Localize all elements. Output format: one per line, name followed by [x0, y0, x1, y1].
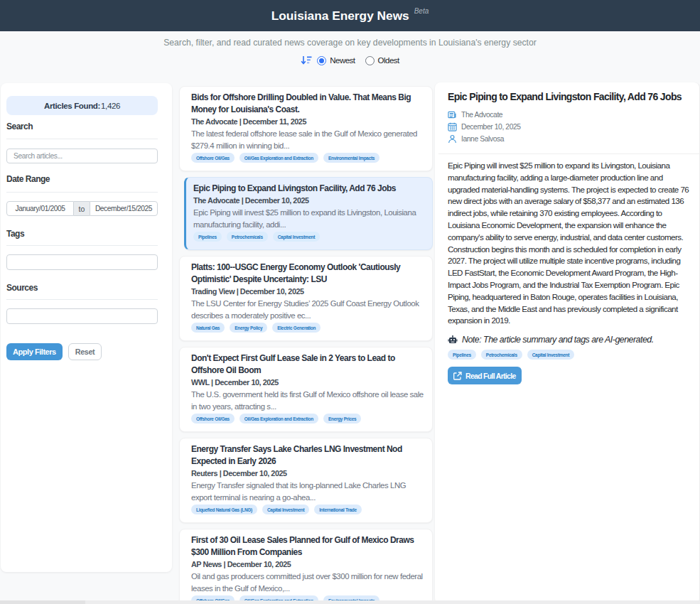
article-card-summary: The LSU Center for Energy Studies’ 2025 …	[191, 298, 425, 322]
detail-divider	[438, 153, 699, 154]
article-card-tags: PipelinesPetrochemicalsCapital Investmen…	[193, 232, 425, 242]
article-card-tags: Offshore Oil/GasOil/Gas Exploration and …	[191, 414, 425, 424]
article-card-source-date: Trading View | December 10, 2025	[191, 286, 425, 296]
article-card-tags: Offshore Oil/GasOil/Gas Exploration and …	[191, 153, 425, 163]
articles-found-count: 1,426	[101, 102, 120, 110]
article-card-tags: Liquefied Natural Gas (LNG)Capital Inves…	[191, 505, 425, 514]
tag-pill: Petrochemicals	[481, 350, 522, 360]
tag-pill: Offshore Oil/Gas	[191, 414, 235, 424]
horizontal-scrollbar[interactable]	[0, 600, 700, 604]
external-link-icon	[453, 372, 462, 380]
radio-oldest[interactable]	[365, 56, 375, 65]
detail-tags: PipelinesPetrochemicalsCapital Investmen…	[448, 350, 689, 360]
tag-pill: Oil/Gas Exploration and Extraction	[239, 414, 318, 424]
apply-filters-button[interactable]: Apply Filters	[6, 343, 63, 360]
article-card[interactable]: Energy Transfer Says Lake Charles LNG In…	[179, 438, 433, 523]
detail-note-row: Note: The article summary and tags are A…	[448, 335, 689, 345]
article-card-tags: Natural GasEnergy PolicyElectric Generat…	[191, 323, 425, 333]
app-header: Louisiana Energy News Beta	[0, 0, 700, 31]
detail-source-row: The Advocate	[448, 109, 689, 121]
tag-pill: Pipelines	[448, 350, 476, 360]
date-to-input[interactable]	[90, 201, 158, 216]
detail-meta: The Advocate December 10, 2025 Ianne Sal…	[448, 109, 689, 145]
article-card-title: Don't Expect First Gulf Lease Sale in 2 …	[191, 352, 425, 377]
article-card[interactable]: Bids for Offshore Drilling Doubled in Va…	[179, 86, 433, 171]
article-card-selected[interactable]: Epic Piping to Expand Livingston Facilit…	[184, 177, 433, 250]
tag-pill: Offshore Oil/Gas	[191, 153, 235, 163]
article-card-source-date: WWL | December 10, 2025	[191, 377, 425, 387]
read-full-article-button[interactable]: Read Full Article	[448, 367, 522, 384]
radio-newest-label: Newest	[330, 56, 355, 65]
sort-oldest-option[interactable]: Oldest	[365, 56, 399, 65]
search-heading: Search	[6, 122, 158, 132]
sources-divider	[6, 299, 158, 300]
article-card-summary: The latest federal offshore lease sale i…	[191, 128, 425, 152]
radio-oldest-label: Oldest	[378, 56, 399, 65]
tag-pill: Capital Investment	[273, 232, 320, 242]
reset-button[interactable]: Reset	[68, 343, 102, 360]
tag-pill: Natural Gas	[191, 323, 225, 333]
detail-body: Epic Piping will invest $25 million to e…	[448, 160, 689, 327]
read-full-article-label: Read Full Article	[465, 372, 516, 380]
tag-pill: Energy Policy	[230, 323, 267, 333]
tag-pill: Energy Prices	[323, 414, 361, 424]
tags-input[interactable]	[6, 254, 158, 270]
article-card-title: Platts: 100--USGC Energy Economy Outlook…	[191, 261, 425, 286]
sort-newest-option[interactable]: Newest	[317, 56, 355, 65]
article-card-summary: Oil and gas producers committed just ove…	[191, 571, 425, 595]
date-divider	[6, 192, 158, 193]
detail-note: Note: The article summary and tags are A…	[462, 335, 654, 345]
page-title: Louisiana Energy News	[271, 9, 409, 23]
article-card-source-date: Reuters | December 10, 2025	[191, 468, 425, 478]
date-range-row: to	[6, 201, 158, 216]
articles-found-label: Articles Found:	[44, 102, 100, 110]
tag-pill: Electric Generation	[272, 323, 321, 333]
tag-pill: International Trade	[314, 505, 361, 514]
tag-pill: Petrochemicals	[227, 232, 268, 242]
detail-author-row: Ianne Salvosa	[448, 133, 689, 145]
sources-heading: Sources	[6, 283, 158, 293]
article-card[interactable]: Don't Expect First Gulf Lease Sale in 2 …	[179, 347, 433, 432]
article-card-summary: Energy Transfer signaled that its long-p…	[191, 480, 425, 504]
robot-icon	[448, 335, 458, 344]
detail-title: Epic Piping to Expand Livingston Facilit…	[448, 90, 689, 104]
tag-pill: Oil/Gas Exploration and Extraction	[239, 153, 318, 163]
search-input[interactable]	[6, 149, 158, 163]
date-to-label: to	[74, 201, 90, 216]
tag-pill: Pipelines	[193, 232, 222, 242]
page-subtitle: Search, filter, and read curated news co…	[0, 38, 700, 48]
detail-date: December 10, 2025	[461, 123, 521, 131]
article-card-title: First of 30 Oil Lease Sales Planned for …	[191, 534, 425, 559]
detail-source: The Advocate	[461, 111, 502, 119]
article-card-title: Energy Transfer Says Lake Charles LNG In…	[191, 443, 425, 468]
newspaper-icon	[448, 110, 457, 119]
person-icon	[448, 134, 457, 144]
article-card-source-date: AP News | December 10, 2025	[191, 559, 425, 569]
detail-date-row: December 10, 2025	[448, 121, 689, 133]
article-card[interactable]: Platts: 100--USGC Energy Economy Outlook…	[179, 256, 433, 341]
tags-divider	[6, 245, 158, 246]
horizontal-scrollbar-thumb[interactable]	[0, 600, 85, 604]
sort-bar: Newest Oldest	[0, 55, 700, 65]
articles-found-badge: Articles Found:1,426	[6, 96, 158, 115]
tag-pill: Capital Investment	[527, 350, 574, 360]
article-list: Bids for Offshore Drilling Doubled in Va…	[179, 86, 433, 604]
radio-newest[interactable]	[317, 56, 326, 65]
article-card-source-date: The Advocate | December 11, 2025	[191, 117, 425, 126]
date-range-heading: Date Range	[6, 174, 158, 185]
article-card-title: Epic Piping to Expand Livingston Facilit…	[193, 183, 425, 195]
article-card[interactable]: First of 30 Oil Lease Sales Planned for …	[179, 529, 433, 604]
beta-badge: Beta	[414, 7, 429, 15]
detail-author: Ianne Salvosa	[461, 135, 504, 143]
filter-sidebar: Articles Found:1,426 Search Date Range t…	[1, 83, 172, 572]
sources-input[interactable]	[6, 308, 158, 324]
tags-heading: Tags	[6, 229, 158, 239]
sort-descending-icon	[301, 55, 312, 65]
tag-pill: Environmental Impacts	[323, 153, 379, 163]
article-card-summary: The U.S. government held its first Gulf …	[191, 389, 425, 413]
article-card-title: Bids for Offshore Drilling Doubled in Va…	[191, 92, 425, 116]
date-from-input[interactable]	[6, 201, 74, 216]
tag-pill: Capital Investment	[262, 505, 309, 514]
article-card-summary: Epic Piping will invest $25 million to e…	[193, 207, 425, 231]
calendar-icon	[448, 122, 457, 131]
